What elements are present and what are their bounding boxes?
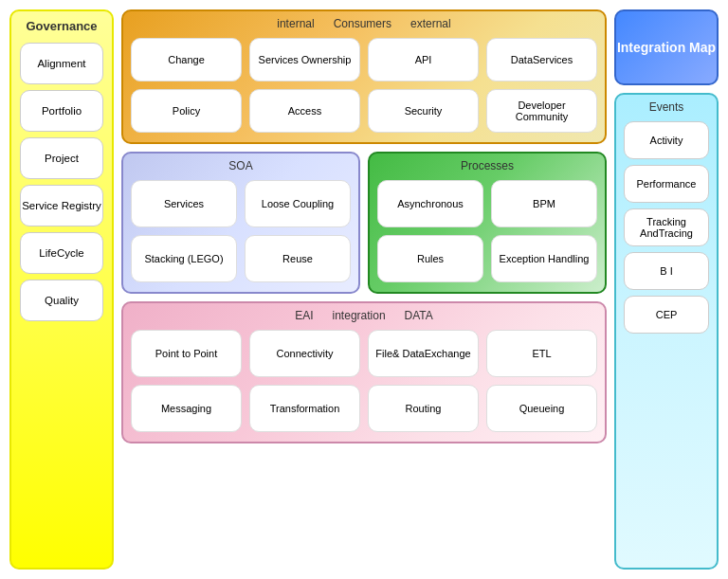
eai-item[interactable]: Queueing <box>486 385 597 432</box>
soa-panel: SOA ServicesLoose CouplingStacking (LEGO… <box>121 152 360 294</box>
consumer-item[interactable]: Access <box>249 89 360 133</box>
middle-row: SOA ServicesLoose CouplingStacking (LEGO… <box>121 152 607 294</box>
processes-item[interactable]: Rules <box>377 235 483 282</box>
governance-title: Governance <box>26 19 97 33</box>
center-area: internal Consumers external ChangeServic… <box>121 9 607 570</box>
governance-item[interactable]: Project <box>20 137 103 179</box>
consumers-label-external: external <box>410 17 451 30</box>
consumers-label-internal: internal <box>277 17 314 30</box>
eai-item[interactable]: Transformation <box>249 385 360 432</box>
eai-item[interactable]: Point to Point <box>131 330 242 377</box>
events-items: ActivityPerformanceTracking AndTracingB … <box>622 121 711 334</box>
events-title: Events <box>649 100 684 114</box>
soa-item[interactable]: Services <box>131 180 237 227</box>
governance-item[interactable]: Quality <box>20 280 103 321</box>
soa-title: SOA <box>131 159 351 172</box>
event-item[interactable]: Activity <box>624 121 709 159</box>
consumer-item[interactable]: Security <box>368 89 479 133</box>
event-item[interactable]: Tracking AndTracing <box>624 208 709 246</box>
eai-grid: Point to PointConnectivityFile& DataExch… <box>131 330 597 432</box>
processes-item[interactable]: Exception Handling <box>491 235 597 282</box>
governance-panel: Governance AlignmentPortfolioProjectServ… <box>9 9 114 570</box>
processes-panel: Processes AsynchronousBPMRulesException … <box>368 152 607 294</box>
governance-item[interactable]: Alignment <box>20 43 103 84</box>
eai-label-integration: integration <box>333 309 386 322</box>
consumer-item[interactable]: Services Ownership <box>249 38 360 81</box>
eai-panel: EAI integration DATA Point to PointConne… <box>121 301 607 443</box>
processes-grid: AsynchronousBPMRulesException Handling <box>377 180 597 282</box>
main-container: Governance AlignmentPortfolioProjectServ… <box>0 0 728 579</box>
eai-item[interactable]: Messaging <box>131 385 242 432</box>
governance-items: AlignmentPortfolioProjectService Registr… <box>17 43 106 321</box>
processes-item[interactable]: Asynchronous <box>377 180 483 227</box>
consumers-header: internal Consumers external <box>131 17 597 30</box>
soa-item[interactable]: Reuse <box>245 235 351 282</box>
consumers-grid: ChangeServices OwnershipAPIDataServicesP… <box>131 38 597 133</box>
consumer-item[interactable]: DataServices <box>486 38 597 81</box>
eai-item[interactable]: File& DataExchange <box>368 330 479 377</box>
events-panel: Events ActivityPerformanceTracking AndTr… <box>614 93 719 570</box>
consumer-item[interactable]: Change <box>131 38 242 81</box>
right-sidebar: Integration Map Events ActivityPerforman… <box>614 9 719 570</box>
consumers-label-main: Consumers <box>334 17 391 30</box>
soa-item[interactable]: Loose Coupling <box>245 180 351 227</box>
consumer-item[interactable]: Developer Community <box>486 89 597 133</box>
governance-item[interactable]: Service Registry <box>20 185 103 226</box>
governance-item[interactable]: Portfolio <box>20 90 103 132</box>
soa-item[interactable]: Stacking (LEGO) <box>131 235 237 282</box>
eai-item[interactable]: ETL <box>486 330 597 377</box>
integration-map-label: Integration Map <box>617 39 716 56</box>
eai-item[interactable]: Connectivity <box>249 330 360 377</box>
consumer-item[interactable]: Policy <box>131 89 242 133</box>
event-item[interactable]: Performance <box>624 165 709 203</box>
event-item[interactable]: B I <box>624 252 709 290</box>
eai-label-data: DATA <box>405 309 433 322</box>
processes-title: Processes <box>377 159 597 172</box>
integration-map-box: Integration Map <box>614 9 719 85</box>
eai-header: EAI integration DATA <box>131 309 597 322</box>
consumer-item[interactable]: API <box>368 38 479 81</box>
soa-grid: ServicesLoose CouplingStacking (LEGO)Reu… <box>131 180 351 282</box>
event-item[interactable]: CEP <box>624 296 709 334</box>
governance-item[interactable]: LifeCycle <box>20 232 103 274</box>
consumers-panel: internal Consumers external ChangeServic… <box>121 9 607 144</box>
eai-item[interactable]: Routing <box>368 385 479 432</box>
eai-label-eai: EAI <box>295 309 313 322</box>
processes-item[interactable]: BPM <box>491 180 597 227</box>
